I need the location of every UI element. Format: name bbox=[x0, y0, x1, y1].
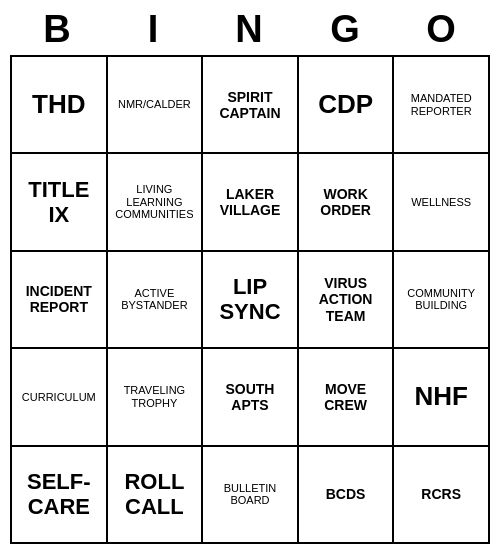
bingo-cell-20: SELF-CARE bbox=[12, 447, 108, 544]
bingo-cell-14: COMMUNITY BUILDING bbox=[394, 252, 490, 349]
cell-text-5: TITLE IX bbox=[16, 177, 102, 228]
cell-text-16: TRAVELING TROPHY bbox=[112, 384, 198, 409]
cell-text-14: COMMUNITY BUILDING bbox=[398, 287, 484, 312]
bingo-cell-24: RCRS bbox=[394, 447, 490, 544]
bingo-cell-21: ROLL CALL bbox=[108, 447, 204, 544]
bingo-cell-6: LIVING LEARNING COMMUNITIES bbox=[108, 154, 204, 251]
bingo-cell-7: LAKER VILLAGE bbox=[203, 154, 299, 251]
cell-text-7: LAKER VILLAGE bbox=[207, 186, 293, 218]
bingo-cell-23: BCDS bbox=[299, 447, 395, 544]
letter-i: I bbox=[106, 8, 202, 51]
cell-text-18: MOVE CREW bbox=[303, 381, 389, 413]
cell-text-9: WELLNESS bbox=[411, 196, 471, 209]
letter-o: O bbox=[394, 8, 490, 51]
bingo-cell-13: VIRUS ACTION TEAM bbox=[299, 252, 395, 349]
bingo-cell-5: TITLE IX bbox=[12, 154, 108, 251]
letter-b: B bbox=[10, 8, 106, 51]
bingo-cell-9: WELLNESS bbox=[394, 154, 490, 251]
cell-text-19: NHF bbox=[414, 382, 467, 412]
cell-text-21: ROLL CALL bbox=[112, 469, 198, 520]
cell-text-11: ACTIVE BYSTANDER bbox=[112, 287, 198, 312]
cell-text-17: SOUTH APTS bbox=[207, 381, 293, 413]
cell-text-6: LIVING LEARNING COMMUNITIES bbox=[112, 183, 198, 221]
cell-text-24: RCRS bbox=[421, 486, 461, 502]
cell-text-2: SPIRIT CAPTAIN bbox=[207, 89, 293, 121]
cell-text-10: INCIDENT REPORT bbox=[16, 283, 102, 315]
bingo-cell-11: ACTIVE BYSTANDER bbox=[108, 252, 204, 349]
bingo-cell-22: BULLETIN BOARD bbox=[203, 447, 299, 544]
bingo-cell-12: LIP SYNC bbox=[203, 252, 299, 349]
bingo-cell-10: INCIDENT REPORT bbox=[12, 252, 108, 349]
letter-g: G bbox=[298, 8, 394, 51]
bingo-title: B I N G O bbox=[10, 0, 490, 55]
cell-text-23: BCDS bbox=[326, 486, 366, 502]
bingo-grid: THDNMR/CALDERSPIRIT CAPTAINCDPMANDATED R… bbox=[10, 55, 490, 544]
bingo-cell-3: CDP bbox=[299, 57, 395, 154]
bingo-cell-15: CURRICULUM bbox=[12, 349, 108, 446]
cell-text-13: VIRUS ACTION TEAM bbox=[303, 275, 389, 323]
letter-n: N bbox=[202, 8, 298, 51]
cell-text-4: MANDATED REPORTER bbox=[398, 92, 484, 117]
bingo-cell-2: SPIRIT CAPTAIN bbox=[203, 57, 299, 154]
bingo-cell-1: NMR/CALDER bbox=[108, 57, 204, 154]
cell-text-15: CURRICULUM bbox=[22, 391, 96, 404]
bingo-cell-8: WORK ORDER bbox=[299, 154, 395, 251]
cell-text-1: NMR/CALDER bbox=[118, 98, 191, 111]
bingo-cell-18: MOVE CREW bbox=[299, 349, 395, 446]
bingo-cell-4: MANDATED REPORTER bbox=[394, 57, 490, 154]
cell-text-20: SELF-CARE bbox=[16, 469, 102, 520]
cell-text-12: LIP SYNC bbox=[207, 274, 293, 325]
cell-text-0: THD bbox=[32, 90, 85, 120]
bingo-cell-17: SOUTH APTS bbox=[203, 349, 299, 446]
cell-text-8: WORK ORDER bbox=[303, 186, 389, 218]
bingo-cell-16: TRAVELING TROPHY bbox=[108, 349, 204, 446]
bingo-cell-0: THD bbox=[12, 57, 108, 154]
cell-text-3: CDP bbox=[318, 90, 373, 120]
bingo-cell-19: NHF bbox=[394, 349, 490, 446]
cell-text-22: BULLETIN BOARD bbox=[207, 482, 293, 507]
